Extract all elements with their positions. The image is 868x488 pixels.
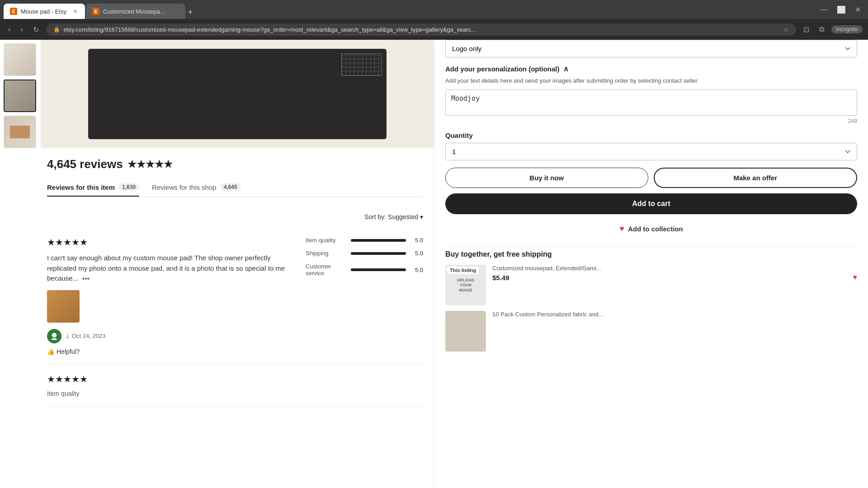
review-1-image[interactable] (47, 290, 80, 323)
item-review-count: 1,630 (118, 183, 139, 191)
add-to-cart-button[interactable]: Add to cart (445, 193, 857, 214)
thumbnail-3[interactable] (4, 116, 36, 148)
tab-title-1: Mouse pad - Etsy (21, 8, 68, 15)
quality-score: 5.0 (410, 237, 423, 244)
reviewer-avatar-1 (47, 329, 61, 343)
shipping-label: Shipping (306, 250, 346, 257)
tab-active[interactable]: E Mouse pad - Etsy ✕ (4, 4, 85, 19)
bookmark-icon[interactable]: ☆ (783, 26, 789, 33)
rating-row-service: Customer service 5.0 (306, 263, 423, 277)
shop-review-count: 4,645 (220, 183, 241, 191)
forward-button[interactable]: › (18, 23, 25, 35)
cast-icon: ⊡ (801, 25, 812, 34)
page-content: 4,645 reviews ★★★★★ Reviews for this ite… (0, 40, 868, 488)
bundle-image-1[interactable]: This listing UPLOADYOURIMAGE (445, 265, 486, 305)
tab-close-1[interactable]: ✕ (71, 8, 79, 15)
buy-together-section: Buy together, get free shipping This lis… (445, 250, 857, 352)
back-button[interactable]: ‹ (5, 23, 13, 35)
thumbnail-2[interactable] (4, 80, 36, 112)
reviews-section: 4,645 reviews ★★★★★ Reviews for this ite… (0, 148, 434, 407)
bundle-price-1: $5.49 (492, 274, 509, 282)
review-1-date: Oct 24, 2023 (72, 333, 105, 339)
shipping-score: 5.0 (410, 250, 423, 257)
review-1-stars: ★★★★★ (47, 237, 306, 248)
review-1-images (47, 290, 306, 323)
tab-inactive[interactable]: E Customized Mousepad Extende... ✕ (86, 4, 185, 19)
bundle-name-1: Customized mousepad, Extended/Gami... (492, 265, 857, 272)
sort-label: Sort by: Suggested (364, 213, 418, 221)
sort-button[interactable]: Sort by: Suggested ▾ (364, 213, 423, 221)
quantity-label: Quantity (445, 131, 857, 139)
new-tab-button[interactable]: + (186, 6, 195, 19)
browser-chrome: E Mouse pad - Etsy ✕ E Customized Mousep… (0, 0, 868, 19)
bundle-price-row-1: $5.49 ♥ (492, 273, 857, 282)
type-dropdown[interactable]: Logo only (445, 40, 857, 57)
bundle-item-2: 10 Pack Custom Personalized fabric and..… (445, 311, 857, 352)
bundle-heart-1[interactable]: ♥ (853, 273, 858, 282)
etsy-favicon-1: E (10, 8, 17, 15)
review-1-meta: ⤓ Oct 24, 2023 (47, 329, 306, 343)
shipping-bar-fill (351, 252, 406, 255)
bundle-image-2[interactable] (445, 311, 486, 352)
add-to-collection-button[interactable]: ♥ Add to collection (445, 221, 857, 237)
quality-bar-bg (351, 239, 406, 242)
review-tabs: Reviews for this item 1,630 Reviews for … (47, 178, 423, 197)
right-panel: Logo only Add your personalization (opti… (434, 40, 868, 488)
tab-bar: E Mouse pad - Etsy ✕ E Customized Mousep… (4, 0, 814, 19)
bundle-image-inner-2 (445, 311, 486, 352)
add-collection-label: Add to collection (628, 225, 683, 233)
buy-now-button[interactable]: Buy it now (445, 168, 648, 188)
service-bar-fill (351, 268, 406, 271)
overall-stars: ★★★★★ (127, 159, 173, 170)
review-2-quality-label: Item quality (47, 390, 423, 397)
tab-title-2: Customized Mousepad Extende... (103, 8, 168, 15)
personalization-title: Add your personalization (optional) ∧ (445, 65, 857, 73)
sort-row: Sort by: Suggested ▾ (47, 206, 423, 228)
review-item-1: ★★★★★ I can't say enough about my custom… (47, 228, 423, 365)
heart-icon: ♥ (619, 224, 624, 234)
personalization-section: Add your personalization (optional) ∧ Ad… (445, 65, 857, 124)
url-bar[interactable]: 🔒 etsy.com/listing/916715668/customized-… (46, 23, 797, 36)
divider (445, 246, 857, 247)
sort-chevron-icon: ▾ (420, 213, 423, 221)
action-buttons-row: Buy it now Make an offer (445, 168, 857, 188)
extensions-icon: ⧉ (816, 25, 827, 33)
address-bar: ‹ › ↻ 🔒 etsy.com/listing/916715668/custo… (0, 19, 868, 40)
quality-label: Item quality (306, 237, 346, 244)
close-window-icon[interactable]: ✕ (851, 5, 864, 14)
review-expand-button[interactable]: ••• (82, 275, 90, 283)
thumbnail-1[interactable] (4, 43, 36, 76)
rating-bars: Item quality 5.0 Shipping 5.0 (306, 237, 423, 355)
bundle-badge-1: This listing (447, 267, 479, 274)
rating-row-shipping: Shipping 5.0 (306, 250, 423, 257)
review-content-wrapper: ★★★★★ I can't say enough about my custom… (47, 237, 423, 355)
chevron-up-icon: ∧ (563, 65, 569, 73)
service-score: 5.0 (410, 267, 423, 273)
restore-icon[interactable]: ⬜ (833, 5, 849, 14)
helpful-row: 👍 Helpful? (47, 348, 306, 355)
url-text: etsy.com/listing/916715668/customized-mo… (64, 26, 780, 33)
etsy-favicon-2: E (92, 8, 99, 15)
char-count: 249 (445, 118, 857, 124)
helpful-button-1[interactable]: 👍 Helpful? (47, 348, 80, 355)
personalization-input[interactable]: Moodjoy (445, 89, 857, 116)
bundle-name-2: 10 Pack Custom Personalized fabric and..… (492, 311, 857, 318)
reload-button[interactable]: ↻ (30, 23, 42, 36)
left-panel: 4,645 reviews ★★★★★ Reviews for this ite… (0, 40, 434, 488)
window-controls: — ⬜ ✕ (817, 5, 864, 14)
service-label: Customer service (306, 263, 346, 277)
minimize-icon[interactable]: — (817, 5, 831, 14)
quantity-dropdown[interactable]: 1 (445, 143, 857, 160)
main-product-image (41, 40, 434, 148)
bundle-info-1: Customized mousepad, Extended/Gami... $5… (492, 265, 857, 282)
make-offer-button[interactable]: Make an offer (654, 168, 858, 188)
tab-reviews-shop[interactable]: Reviews for this shop 4,645 (152, 178, 241, 197)
service-bar-bg (351, 268, 406, 271)
thumbnail-strip (0, 40, 41, 152)
reviewer-date-row: ⤓ Oct 24, 2023 (65, 333, 105, 339)
lock-icon: 🔒 (53, 26, 60, 33)
tab-close-2[interactable]: ✕ (172, 8, 179, 15)
tab-reviews-item[interactable]: Reviews for this item 1,630 (47, 178, 139, 197)
reviews-count-text: 4,645 reviews (47, 157, 123, 171)
reviews-count: 4,645 reviews ★★★★★ (47, 157, 423, 171)
